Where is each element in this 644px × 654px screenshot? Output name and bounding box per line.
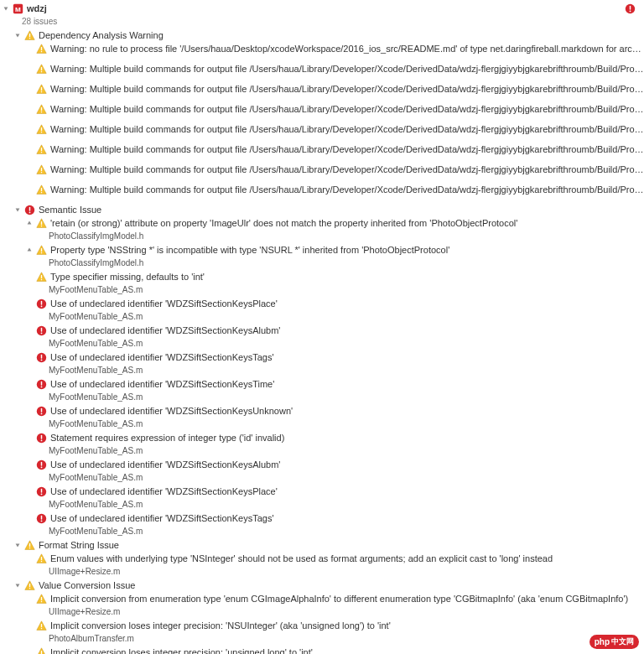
issue-row[interactable]: Warning: Multiple build commands for out… [0, 102, 644, 116]
issue-file: PhotoClassifyImgModel.h [49, 257, 143, 269]
warning-icon [35, 83, 47, 95]
section-dependency[interactable]: Dependency Analysis Warning [0, 29, 644, 42]
issue-row[interactable]: Warning: Multiple build commands for out… [0, 183, 644, 196]
svg-rect-10 [40, 70, 41, 71]
svg-point-58 [40, 520, 42, 522]
section-format[interactable]: Format String Issue [0, 538, 644, 552]
svg-rect-24 [29, 206, 29, 210]
svg-rect-63 [29, 584, 29, 587]
issue-count-row: 28 issues [0, 15, 644, 29]
issue-text: Warning: Multiple build commands for out… [50, 63, 644, 75]
project-row[interactable]: M wdzj [0, 2, 644, 15]
svg-rect-14 [40, 111, 41, 112]
warning-icon [35, 217, 47, 229]
issue-row[interactable]: Use of undeclared identifier 'WDZSiftSec… [0, 404, 644, 418]
warning-icon [35, 123, 47, 135]
svg-rect-42 [40, 381, 41, 385]
issue-text: Warning: Multiple build commands for out… [50, 143, 644, 155]
logo-text: php [595, 637, 610, 646]
issue-row[interactable]: Use of undeclared identifier 'WDZSiftSec… [0, 511, 644, 525]
issue-row[interactable]: Use of undeclared identifier 'WDZSiftSec… [0, 485, 644, 498]
issue-row[interactable]: Enum values with underlying type 'NSInte… [0, 552, 644, 565]
issue-text: Use of undeclared identifier 'WDZSiftSec… [50, 405, 293, 417]
error-icon [35, 351, 47, 363]
issue-file: MyFootMenuTable_AS.m [49, 284, 143, 296]
disclosure-icon[interactable] [13, 581, 22, 589]
svg-rect-19 [40, 168, 41, 171]
issue-row[interactable]: Use of undeclared identifier 'WDZSiftSec… [0, 377, 644, 391]
issue-file-row: MyFootMenuTable_AS.m [0, 418, 644, 431]
disclosure-icon[interactable] [13, 205, 22, 214]
issue-text: Implicit conversion loses integer precis… [50, 646, 313, 654]
issue-row[interactable]: Use of undeclared identifier 'WDZSiftSec… [0, 350, 644, 364]
svg-rect-16 [40, 131, 41, 132]
svg-rect-15 [40, 127, 41, 131]
svg-rect-36 [40, 327, 41, 331]
issue-text: Implicit conversion from enumeration typ… [50, 593, 628, 605]
issue-row[interactable]: Implicit conversion loses integer precis… [0, 646, 644, 654]
issue-text: Warning: no rule to process file '/Users… [50, 43, 644, 54]
warning-icon [23, 539, 35, 551]
svg-rect-65 [40, 597, 41, 600]
disclosure-icon[interactable] [2, 4, 10, 13]
project-icon: M [12, 3, 23, 14]
issue-row[interactable]: Use of undeclared identifier 'WDZSiftSec… [0, 324, 644, 337]
issue-row[interactable]: Property type 'NSString *' is incompatib… [0, 243, 644, 257]
issue-file: MyFootMenuTable_AS.m [49, 392, 143, 403]
disclosure-icon[interactable] [13, 31, 22, 39]
issue-row[interactable]: Use of undeclared identifier 'WDZSiftSec… [0, 297, 644, 310]
issue-text: Use of undeclared identifier 'WDZSiftSec… [50, 485, 278, 497]
warning-icon [35, 103, 47, 115]
warning-icon [35, 184, 47, 195]
warning-icon [35, 43, 47, 54]
issue-row[interactable]: Warning: Multiple build commands for out… [0, 82, 644, 96]
section-title: Format String Issue [39, 539, 119, 551]
issue-file: UIImage+Resize.m [49, 566, 120, 578]
warning-icon [23, 579, 35, 591]
svg-rect-48 [40, 434, 41, 439]
svg-point-46 [40, 413, 42, 414]
issue-text: Warning: Multiple build commands for out… [50, 164, 644, 175]
issue-row[interactable]: Warning: Multiple build commands for out… [0, 122, 644, 136]
issue-row[interactable]: Type specifier missing, defaults to 'int… [0, 270, 644, 283]
svg-rect-45 [40, 407, 41, 412]
disclosure-icon[interactable] [25, 219, 34, 227]
warning-icon [35, 143, 47, 155]
svg-text:M: M [15, 5, 21, 13]
svg-point-52 [40, 466, 42, 468]
issue-text: Warning: Multiple build commands for out… [50, 184, 644, 195]
warning-icon [35, 164, 47, 175]
svg-rect-17 [40, 148, 41, 151]
issue-row[interactable]: Warning: no rule to process file '/Users… [0, 42, 644, 55]
disclosure-icon[interactable] [13, 541, 22, 549]
issue-file: MyFootMenuTable_AS.m [49, 311, 143, 323]
svg-rect-7 [40, 47, 41, 50]
issue-row[interactable]: Implicit conversion from enumeration typ… [0, 592, 644, 605]
svg-rect-9 [40, 67, 41, 70]
svg-rect-30 [40, 275, 41, 278]
section-conversion[interactable]: Value Conversion Issue [0, 579, 644, 592]
issue-row[interactable]: Implicit conversion loses integer precis… [0, 619, 644, 632]
issue-text: Use of undeclared identifier 'WDZSiftSec… [50, 324, 280, 336]
svg-rect-67 [40, 624, 41, 627]
svg-point-40 [40, 359, 42, 361]
svg-rect-51 [40, 461, 41, 465]
section-semantic[interactable]: Semantic Issue [0, 203, 644, 216]
issue-row[interactable]: Use of undeclared identifier 'WDZSiftSec… [0, 458, 644, 471]
svg-rect-68 [40, 627, 41, 628]
svg-rect-22 [40, 191, 41, 192]
issue-row[interactable]: Warning: Multiple build commands for out… [0, 62, 644, 75]
section-title: Value Conversion Issue [39, 579, 135, 591]
issue-file-row: PhotoClassifyImgModel.h [0, 230, 644, 243]
error-icon [35, 405, 47, 417]
issue-row[interactable]: Warning: Multiple build commands for out… [0, 143, 644, 156]
disclosure-icon[interactable] [25, 246, 34, 254]
section-title: Semantic Issue [39, 204, 101, 215]
issue-row[interactable]: Warning: Multiple build commands for out… [0, 163, 644, 176]
issue-file-row: MyFootMenuTable_AS.m [0, 337, 644, 350]
error-icon [35, 378, 47, 390]
svg-rect-57 [40, 515, 41, 519]
issue-row[interactable]: 'retain (or strong)' attribute on proper… [0, 216, 644, 230]
issue-row[interactable]: Statement requires expression of integer… [0, 431, 644, 444]
project-name: wdzj [27, 3, 47, 14]
